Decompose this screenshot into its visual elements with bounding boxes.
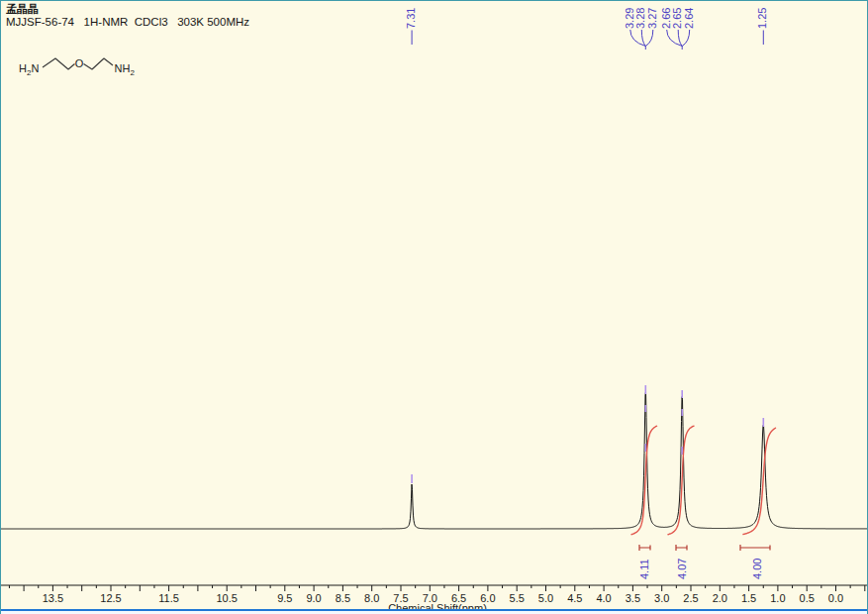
ether-oxygen-label: O	[75, 57, 84, 69]
bond-left	[43, 58, 75, 69]
axis-tick-label: 1.0	[770, 592, 785, 604]
integral-bracket	[740, 545, 770, 551]
peak-ppm-label: 2.64	[683, 8, 695, 29]
axis-tick-label: 2.0	[713, 592, 727, 604]
integral-value: 4.00	[751, 559, 763, 579]
axis-tick-label: 5.0	[538, 592, 553, 604]
integral-value: 4.07	[676, 559, 688, 579]
axis-tick-label: 5.5	[510, 592, 525, 604]
axis-tick-label: 2.5	[683, 592, 698, 604]
peak-label-pointer	[678, 30, 682, 47]
header-block: 孟晶晶 MJJSF-56-74 1H-NMR CDCl3 303K 500MHz	[6, 3, 249, 29]
bond-right	[84, 58, 114, 69]
integral-bracket	[676, 545, 687, 551]
integral-value: 4.11	[638, 559, 650, 579]
axis-tick-label: 8.0	[364, 592, 379, 604]
sample-name: 孟晶晶	[6, 3, 249, 16]
peak-label-pointer	[641, 30, 645, 47]
axis-tick-label: 0.0	[828, 592, 843, 604]
peak-ppm-label: 7.31	[405, 8, 417, 29]
axis-tick-label: 8.5	[336, 592, 350, 604]
nmr-spectrum-page: 孟晶晶 MJJSF-56-74 1H-NMR CDCl3 303K 500MHz…	[0, 0, 868, 614]
peak-ppm-label: 1.25	[756, 8, 768, 29]
integral-curve	[743, 428, 776, 534]
axis-tick-label: 4.0	[596, 592, 611, 604]
axis-tick-label: 1.5	[741, 592, 756, 604]
molecule-structure: H2N O NH2	[15, 51, 139, 84]
axis-tick-label: 3.0	[654, 592, 669, 604]
integral-bracket	[639, 545, 650, 551]
experiment-info: MJJSF-56-74 1H-NMR CDCl3 303K 500MHz	[6, 16, 249, 29]
amine-right-label: NH2	[115, 62, 136, 77]
peak-ppm-label: 3.27	[646, 8, 658, 29]
amine-left-label: H2N	[19, 62, 39, 77]
peak-label-pointer	[630, 30, 646, 47]
peak-label-pointer	[682, 30, 690, 47]
axis-tick-label: 13.5	[43, 592, 63, 604]
axis-tick-label: 11.5	[158, 592, 179, 604]
axis-tick-label: 10.5	[216, 592, 237, 604]
bottom-border	[1, 609, 867, 614]
axis-tick-label: 0.5	[800, 592, 815, 604]
spectrum-trace	[1, 392, 868, 529]
axis-tick-label: 9.0	[306, 592, 321, 604]
peak-label-pointer	[645, 30, 653, 47]
spectrum-plot: 13.512.511.510.59.59.08.58.07.57.06.56.0…	[1, 1, 868, 614]
peak-label-pointer	[667, 30, 683, 47]
peak-ppm-label: 2.65	[671, 8, 683, 29]
peak-ppm-label: 3.29	[624, 8, 635, 29]
axis-tick-label: 9.5	[277, 592, 292, 604]
axis-tick-label: 12.5	[100, 592, 121, 604]
axis-tick-label: 4.5	[567, 592, 582, 604]
axis-tick-label: 3.5	[626, 592, 640, 604]
peak-ppm-label: 3.28	[634, 8, 646, 29]
peak-ppm-label: 2.66	[660, 8, 672, 29]
